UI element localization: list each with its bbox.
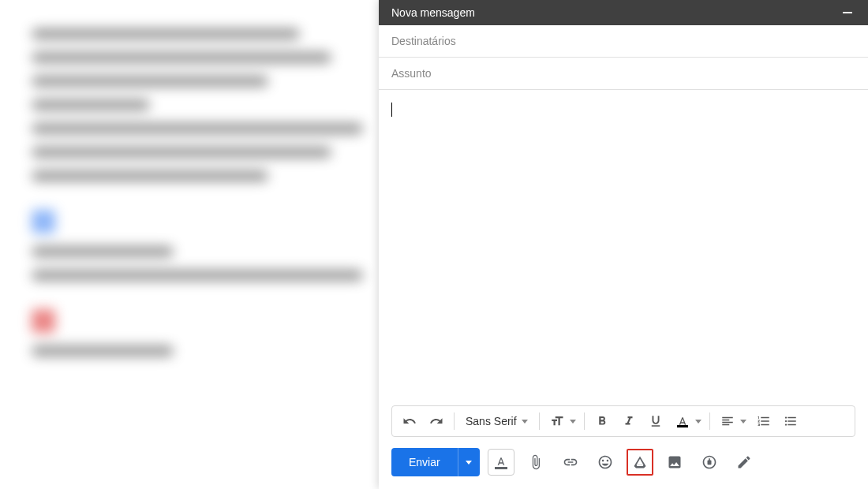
formatting-options-button[interactable] [488,449,514,476]
bold-button[interactable] [589,409,615,434]
compose-actions-bar: Enviar [379,448,868,489]
chevron-down-icon [522,420,528,424]
text-cursor [391,103,392,117]
background-blurred-content [0,0,379,489]
insert-emoji-button[interactable] [592,449,619,476]
bulleted-list-icon [784,414,798,428]
recipients-field[interactable] [379,25,868,58]
undo-button[interactable] [397,409,422,434]
subject-field[interactable] [379,58,868,90]
compose-header[interactable]: Nova mensagem [379,0,868,25]
chevron-down-icon [570,420,576,424]
emoji-icon [597,454,613,470]
font-size-button[interactable] [544,409,570,434]
bulleted-list-button[interactable] [778,409,803,434]
send-button-group: Enviar [391,448,480,476]
photo-icon [667,454,683,470]
send-options-button[interactable] [458,448,480,476]
link-icon [563,454,578,470]
numbered-list-button[interactable] [751,409,776,434]
formatting-toolbar: Sans Serif [391,405,855,437]
chevron-down-icon [695,420,702,424]
subject-input[interactable] [391,67,855,80]
align-left-icon [720,414,735,428]
insert-link-button[interactable] [557,449,584,476]
font-family-select[interactable]: Sans Serif [459,409,534,434]
chevron-down-icon [466,461,472,465]
chevron-down-icon [740,420,746,424]
compose-title: Nova mensagem [391,6,475,19]
undo-icon [402,414,417,428]
numbered-list-icon [757,414,771,428]
pen-icon [736,454,752,470]
svg-rect-0 [843,12,852,13]
confidential-mode-button[interactable] [696,449,723,476]
insert-photo-button[interactable] [661,449,688,476]
attach-button[interactable] [522,449,549,476]
color-swatch [495,467,507,469]
redo-icon [429,414,443,428]
insert-signature-button[interactable] [731,449,758,476]
italic-button[interactable] [616,409,642,434]
redo-button[interactable] [424,409,449,434]
bold-icon [595,414,609,428]
minimize-button[interactable] [840,9,855,17]
font-size-icon [550,414,564,428]
insert-drive-button[interactable] [627,449,653,476]
paperclip-icon [528,454,544,470]
underline-button[interactable] [643,409,668,434]
compose-window: Nova mensagem Sans Serif [379,0,868,489]
recipients-input[interactable] [391,35,855,47]
italic-icon [622,414,636,428]
formatting-options-icon [495,456,507,467]
underline-icon [649,414,663,428]
confidential-icon [702,454,717,470]
send-button[interactable]: Enviar [391,448,458,476]
color-swatch [677,425,688,427]
text-color-button[interactable] [670,409,695,434]
align-button[interactable] [715,409,740,434]
compose-body[interactable] [379,90,868,405]
drive-icon [632,454,648,470]
minimize-icon [843,12,852,13]
font-family-label: Sans Serif [466,415,517,427]
